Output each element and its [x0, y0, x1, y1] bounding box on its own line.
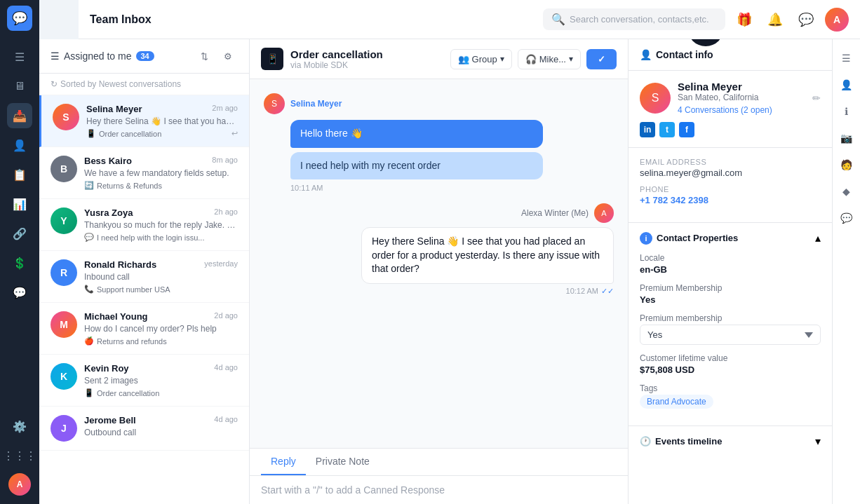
- conversation-item[interactable]: Y Yusra Zoya 2h ago Thankyou so much for…: [39, 199, 249, 251]
- panel-icon-camera[interactable]: 📷: [836, 128, 857, 149]
- contact-name: Selina Meyer: [86, 104, 142, 114]
- sidebar-item-conversations[interactable]: 🖥: [7, 74, 32, 99]
- main-chat: 📱 Order cancellation via Mobile SDK 👥 Gr…: [250, 39, 629, 504]
- locale-value: en-GB: [640, 264, 821, 275]
- panel-icon-contact[interactable]: 👤: [836, 74, 857, 95]
- contact-name: Bess Kairo: [84, 156, 132, 166]
- chat-icon[interactable]: 💬: [794, 8, 818, 32]
- conversation-tag: 📱 Order cancellation ↩: [86, 129, 238, 138]
- panel-icon-diamond[interactable]: ◆: [836, 181, 857, 202]
- conversation-preview: Hey there Selina 👋 I see that you had p.…: [86, 116, 238, 126]
- social-icons: in t f: [640, 122, 821, 137]
- tab-private-note[interactable]: Private Note: [306, 449, 379, 475]
- conversation-item[interactable]: K Kevin Roy 4d ago Sent 2 images 📱 Order…: [39, 355, 249, 407]
- group-button[interactable]: 👥 Group ▾: [450, 49, 512, 69]
- page-title: Team Inbox: [90, 13, 152, 26]
- assigned-badge: 34: [136, 51, 154, 61]
- tag-label: Returns & Refunds: [97, 182, 162, 190]
- gift-icon[interactable]: 🎁: [732, 8, 756, 32]
- sidebar-item-reports[interactable]: 📊: [7, 191, 32, 217]
- panel-icon-1[interactable]: ☰: [836, 48, 857, 69]
- sender-avatar: S: [264, 93, 285, 114]
- agent-button[interactable]: 🎧 Mike... ▾: [518, 49, 581, 69]
- avatar: R: [51, 259, 77, 286]
- sender-name-label: Alexa Winter (Me): [521, 208, 589, 218]
- section-header[interactable]: i Contact Properties ▴: [629, 223, 832, 253]
- twitter-icon[interactable]: t: [659, 122, 675, 137]
- bubble-text: Hello there 👋: [290, 120, 543, 148]
- contact-name: Yusra Zoya: [84, 207, 133, 218]
- avatar: M: [51, 311, 77, 338]
- chevron-down-icon: ▾: [815, 435, 821, 448]
- contact-name: Jerome Bell: [84, 415, 136, 425]
- lifetime-row: Customer lifetime value $75,808 USD: [640, 353, 821, 375]
- chevron-down-icon: ▾: [500, 54, 504, 64]
- chat-messages: S Selina Meyer Hello there 👋 I need help…: [250, 79, 628, 448]
- filter-icons: ⇅ ⚙: [194, 46, 238, 66]
- sidebar-item-contacts[interactable]: 👤: [7, 132, 32, 158]
- sidebar-item-billing[interactable]: 💲: [7, 250, 32, 275]
- premium-row: Premium Membership Yes: [640, 283, 821, 305]
- contact-details: Selina Meyer San Mateo, California 4 Con…: [678, 81, 772, 115]
- search-input[interactable]: [570, 14, 717, 25]
- sort-button[interactable]: ⇅: [194, 46, 214, 66]
- contact-main: S Selina Meyer San Mateo, California 4 C…: [640, 81, 821, 115]
- sidebar-item-menu[interactable]: ☰: [7, 44, 32, 69]
- contact-contact-info: Email address selina.meyer@gmail.com Pho…: [629, 148, 832, 223]
- right-panel: 👤 Contact info S Selina Meyer San Mateo,…: [629, 39, 832, 504]
- tab-reply[interactable]: Reply: [261, 449, 306, 475]
- tag-icon: 🍎: [84, 336, 94, 346]
- section-title: i Contact Properties: [640, 232, 738, 245]
- notification-icon[interactable]: 🔔: [763, 8, 787, 32]
- conversation-item[interactable]: S Selina Meyer 2m ago Hey there Selina 👋…: [39, 95, 249, 147]
- sidebar-item-grid[interactable]: ⋮⋮⋮: [7, 443, 32, 468]
- search-box[interactable]: 🔍: [543, 8, 725, 30]
- sidebar-item-integrations[interactable]: 🔗: [7, 221, 32, 246]
- events-section-header[interactable]: 🕐 Events timeline ▾: [629, 426, 832, 456]
- sidebar-item-inbox[interactable]: 📥: [7, 103, 32, 128]
- chat-header-right: 👥 Group ▾ 🎧 Mike... ▾ ✓: [450, 49, 617, 69]
- edit-icon[interactable]: ✏: [812, 93, 821, 104]
- premium-select[interactable]: Yes No: [640, 325, 821, 345]
- contact-info-title: 👤 Contact info: [640, 49, 713, 60]
- user-profile-avatar[interactable]: A: [825, 8, 849, 32]
- reply-icon: ↩: [231, 129, 238, 138]
- tag-icon: 📱: [84, 388, 94, 397]
- sidebar-item-chat[interactable]: 💬: [7, 280, 32, 305]
- conversation-time: 2h ago: [214, 207, 238, 216]
- resolve-button[interactable]: ✓: [586, 49, 617, 69]
- avatar: K: [51, 363, 77, 390]
- reply-area: Reply Private Note Start with a "/" to a…: [250, 448, 628, 504]
- chat-header-left: 📱 Order cancellation via Mobile SDK: [261, 48, 383, 70]
- panel-icon-info[interactable]: ℹ: [836, 101, 857, 122]
- filter-button[interactable]: ⚙: [218, 46, 238, 66]
- facebook-icon[interactable]: f: [679, 122, 694, 137]
- user-avatar[interactable]: A: [8, 473, 31, 496]
- contact-name: Michael Young: [84, 311, 148, 322]
- tag-icon: 📞: [84, 285, 94, 294]
- events-icon: 🕐: [640, 436, 651, 447]
- conversation-item[interactable]: J Jerome Bell 4d ago Outbound call: [39, 407, 249, 451]
- reply-input[interactable]: Start with a "/" to add a Canned Respons…: [250, 476, 628, 504]
- headset-icon: 🎧: [525, 54, 537, 64]
- tag-badge: Brand Advocate: [640, 395, 713, 409]
- conversation-preview: Inbound call: [84, 272, 238, 282]
- premium-value: Yes: [640, 294, 821, 305]
- sidebar-item-settings[interactable]: ⚙️: [7, 414, 32, 439]
- conversation-item[interactable]: M Michael Young 2d ago How do I cancel m…: [39, 303, 249, 355]
- conversation-preview: Thankyou so much for the reply Jake. Ca.…: [84, 220, 238, 230]
- panel-icon-person[interactable]: 🧑: [836, 154, 857, 175]
- contact-avatar: S: [640, 83, 671, 114]
- contact-conversations[interactable]: 4 Conversations (2 open): [678, 105, 772, 115]
- linkedin-icon[interactable]: in: [640, 122, 655, 137]
- hamburger-icon: ☰: [51, 50, 60, 62]
- panel-icon-chat[interactable]: 💬: [836, 207, 857, 229]
- sidebar-item-book[interactable]: 📋: [7, 162, 32, 187]
- contact-name: Kevin Roy: [84, 363, 129, 374]
- tag-label: Order cancellation: [99, 130, 161, 138]
- conversation-item[interactable]: R Ronald Richards yesterday Inbound call…: [39, 251, 249, 303]
- conversation-body: Jerome Bell 4d ago Outbound call: [84, 415, 238, 442]
- top-header: Team Inbox 🔍 🎁 🔔 💬 A: [79, 0, 860, 39]
- chat-title-block: Order cancellation via Mobile SDK: [290, 48, 383, 70]
- conversation-item[interactable]: B Bess Kairo 8m ago We have a few mandat…: [39, 147, 249, 199]
